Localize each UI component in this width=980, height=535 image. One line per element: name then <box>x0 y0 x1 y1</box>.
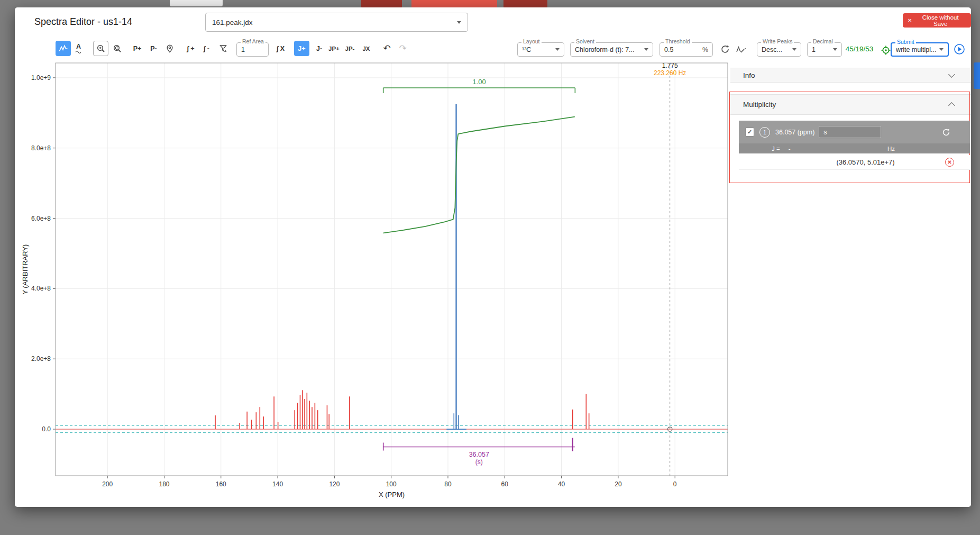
integral-add-button[interactable]: ∫ + <box>183 41 198 56</box>
hz-unit-label: Hz <box>887 146 895 152</box>
j-coupling-add-button[interactable]: J+ <box>294 41 309 56</box>
ref-area-label: Ref Area <box>241 39 265 44</box>
svg-text:6.0e+8: 6.0e+8 <box>31 215 51 222</box>
layout-label: Layout <box>521 39 542 44</box>
chevron-down-icon <box>939 48 944 51</box>
zoom-reset-icon <box>113 44 122 53</box>
layout-value: ¹³C <box>522 46 531 53</box>
wave-icon <box>75 50 83 53</box>
integral-remove-all-button[interactable]: ∫ X <box>273 41 288 56</box>
multiplet-checkbox[interactable]: ✓ <box>745 128 754 137</box>
zoom-in-icon <box>96 44 106 53</box>
svg-text:0: 0 <box>673 480 677 488</box>
filter-funnel-icon <box>218 44 228 53</box>
threshold-label: Threshold <box>664 39 692 44</box>
location-pin-icon <box>165 44 175 53</box>
chevron-down-icon <box>457 21 461 24</box>
threshold-suffix: % <box>702 46 708 53</box>
peak-add-button[interactable]: P+ <box>130 41 145 56</box>
ref-area-input[interactable] <box>241 43 264 56</box>
chevron-down-icon <box>833 48 837 51</box>
j-coupling-row: J = - Hz <box>739 143 970 153</box>
zoom-reset-button[interactable] <box>109 41 125 56</box>
apodization-tool-button[interactable]: A <box>71 41 86 56</box>
decimal-value: 1 <box>812 46 816 53</box>
decimal-label: Decimal <box>811 39 835 44</box>
layout-select[interactable]: Layout ¹³C <box>517 42 564 57</box>
threshold-input[interactable] <box>664 43 700 56</box>
j-value: - <box>789 146 791 152</box>
multiplicity-section-label: Multiplicity <box>743 101 776 108</box>
svg-text:20: 20 <box>615 480 622 488</box>
chevron-down-icon <box>555 48 560 51</box>
submit-select[interactable]: Submit write multipl... <box>891 42 949 57</box>
svg-text:1.00: 1.00 <box>472 78 486 86</box>
spectrum-file-select[interactable]: 161.peak.jdx <box>205 13 468 32</box>
chevron-down-icon <box>644 48 648 51</box>
peak-pick-pointer-button[interactable] <box>162 41 177 56</box>
refresh-button[interactable] <box>718 42 732 56</box>
svg-text:(s): (s) <box>475 458 483 466</box>
jx-button[interactable]: JX <box>359 41 374 56</box>
background-button-fragment-darkred-1 <box>361 0 402 8</box>
multiplet-refresh-button[interactable] <box>941 128 951 137</box>
background-button-fragment-light <box>170 0 223 6</box>
svg-text:4.0e+8: 4.0e+8 <box>31 285 51 292</box>
write-peaks-value: Desc... <box>762 46 782 53</box>
refresh-icon <box>941 128 951 137</box>
svg-text:223.260 Hz: 223.260 Hz <box>654 69 686 77</box>
spectra-editor-dialog: Spectra Editor - us1-14 161.peak.jdx ✕ C… <box>15 7 971 507</box>
svg-text:8.0e+8: 8.0e+8 <box>31 144 51 152</box>
svg-text:0.0: 0.0 <box>42 425 51 433</box>
redo-button[interactable]: ↷ <box>395 41 410 56</box>
multiplet-index-badge: 1 <box>759 127 770 138</box>
svg-text:180: 180 <box>159 480 169 488</box>
svg-text:2.0e+8: 2.0e+8 <box>31 355 51 362</box>
solvent-label: Solvent <box>574 39 596 44</box>
delete-peak-button[interactable]: ✕ <box>945 158 954 167</box>
info-section-header[interactable]: Info <box>730 68 971 83</box>
page-title: Spectra Editor - us1-14 <box>34 16 132 28</box>
peak-counter: 45/19/53 <box>843 45 876 53</box>
peak-row[interactable]: (36.0570, 5.01e+7) ✕ <box>739 155 970 170</box>
spectrum-file-value: 161.peak.jdx <box>212 19 253 26</box>
svg-text:40: 40 <box>558 480 565 488</box>
write-peaks-label: Write Peaks <box>761 39 794 44</box>
ref-area-field[interactable]: Ref Area <box>236 42 269 57</box>
refresh-icon <box>720 44 730 55</box>
auto-peak-annotate-button[interactable] <box>734 42 748 56</box>
chevron-up-icon <box>948 102 955 109</box>
peaks-tool-button[interactable] <box>56 41 71 56</box>
multiplicity-section-header[interactable]: Multiplicity <box>730 94 971 115</box>
run-submit-button[interactable] <box>952 42 966 56</box>
spectrum-chart[interactable]: 2001801601401201008060402000.02.0e+84.0e… <box>20 60 734 505</box>
jp-remove-button[interactable]: JP- <box>342 41 358 56</box>
chart-line-icon <box>59 44 68 53</box>
integral-remove-button[interactable]: ∫ - <box>199 41 214 56</box>
integral-filter-button[interactable] <box>215 41 231 56</box>
solvent-value: Chloroform-d (t): 7... <box>575 46 635 53</box>
close-without-save-button[interactable]: ✕ Close without Save <box>903 13 971 28</box>
target-icon <box>881 45 891 56</box>
solvent-select[interactable]: Solvent Chloroform-d (t): 7... <box>570 42 653 57</box>
decimal-select[interactable]: Decimal 1 <box>807 42 842 57</box>
zoom-in-button[interactable] <box>93 41 108 56</box>
jp-add-button[interactable]: JP+ <box>326 41 342 56</box>
chevron-down-icon <box>948 71 955 78</box>
svg-text:100: 100 <box>386 480 397 488</box>
svg-text:200: 200 <box>102 480 113 488</box>
spectrum-chart-svg: 2001801601401201008060402000.02.0e+84.0e… <box>20 60 734 505</box>
threshold-field[interactable]: Threshold % <box>660 42 713 57</box>
svg-text:36.057: 36.057 <box>469 451 489 458</box>
peak-pencil-icon <box>736 44 746 55</box>
j-coupling-remove-button[interactable]: J- <box>312 41 327 56</box>
peak-remove-button[interactable]: P- <box>146 41 161 56</box>
svg-text:Y (ARBITRARY): Y (ARBITRARY) <box>21 244 29 295</box>
write-peaks-select[interactable]: Write Peaks Desc... <box>757 42 801 57</box>
multiplicity-input[interactable] <box>819 126 881 138</box>
j-label: J = <box>772 146 780 152</box>
multiplet-row[interactable]: ✓ 1 36.057 (ppm) <box>739 121 970 143</box>
peak-value: (36.0570, 5.01e+7) <box>814 158 894 166</box>
svg-text:80: 80 <box>444 480 452 488</box>
undo-button[interactable]: ↶ <box>379 41 395 56</box>
